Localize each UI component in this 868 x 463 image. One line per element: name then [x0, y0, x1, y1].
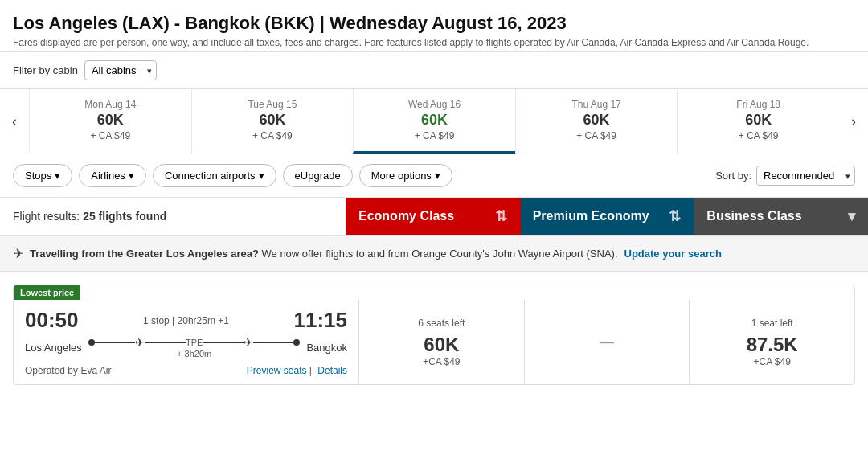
- arrive-time: 11:15: [293, 308, 347, 333]
- date-fee-3: + CA $49: [522, 130, 671, 141]
- economy-fare-price: 60K: [424, 334, 459, 356]
- date-price-4: 60K: [684, 112, 833, 129]
- premium-economy-label: Premium Economy: [533, 209, 649, 223]
- route-line-dots: ✈ TPE ✈: [88, 336, 301, 349]
- depart-time: 00:50: [25, 308, 79, 333]
- cabin-filter-select[interactable]: All cabins: [84, 60, 157, 80]
- page-subtitle: Fares displayed are per person, one way,…: [13, 37, 855, 48]
- business-class-tab[interactable]: Business Class ▾: [694, 198, 868, 235]
- economy-class-label: Economy Class: [358, 209, 454, 223]
- date-label-3: Thu Aug 17: [522, 99, 671, 110]
- eupgrade-filter-button[interactable]: eUpgrade: [283, 164, 353, 187]
- origin-city: Los Angeles: [25, 342, 82, 354]
- line-seg-3: [203, 342, 244, 343]
- business-seats-left: 1 seat left: [751, 318, 793, 329]
- sort-select-wrap: Recommended: [756, 166, 855, 186]
- page-wrapper: Los Angeles (LAX) - Bangkok (BKK) | Wedn…: [0, 0, 868, 385]
- page-header: Los Angeles (LAX) - Bangkok (BKK) | Wedn…: [0, 0, 868, 52]
- stop-plane-icon-2: ✈: [244, 336, 253, 349]
- business-fare-price: 87.5K: [747, 334, 798, 356]
- more-options-button[interactable]: More options ▾: [359, 164, 452, 187]
- business-class-label: Business Class: [706, 209, 801, 223]
- connection-filter-button[interactable]: Connection airports ▾: [153, 164, 276, 187]
- airlines-chevron-icon: ▾: [129, 170, 134, 182]
- flight-main: 00:50 1 stop | 20hr25m +1 11:15 Los Ange…: [14, 300, 854, 384]
- plane-icon: ✈: [13, 246, 23, 261]
- line-seg-1: [95, 342, 136, 343]
- date-fee-1: + CA $49: [199, 130, 347, 141]
- date-fee-2: + CA $49: [360, 130, 509, 141]
- cabin-filter-select-wrap: All cabins: [84, 60, 157, 80]
- date-cell-2[interactable]: Wed Aug 16 60K + CA $49: [353, 89, 515, 154]
- business-fare-cell: 1 seat left 87.5K +CA $49: [690, 300, 854, 384]
- preview-links: Preview seats | Details: [244, 365, 347, 376]
- sort-label: Sort by:: [715, 170, 751, 182]
- travel-notice: ✈ Travelling from the Greater Los Angele…: [0, 236, 868, 272]
- flight-times: 00:50 1 stop | 20hr25m +1 11:15: [25, 308, 347, 333]
- page-title: Los Angeles (LAX) - Bangkok (BKK) | Wedn…: [13, 13, 855, 34]
- date-price-3: 60K: [522, 112, 671, 129]
- date-fee-0: + CA $49: [36, 130, 185, 141]
- next-date-arrow[interactable]: ›: [839, 89, 868, 154]
- connection-chevron-icon: ▾: [259, 170, 264, 182]
- layover-info: + 3h20m: [177, 349, 211, 359]
- results-text: Flight results:: [13, 210, 80, 223]
- line-seg-4: [253, 342, 294, 343]
- stop-info: 1 stop | 20hr25m +1: [143, 315, 229, 326]
- premium-sort-icon: ⇅: [669, 207, 681, 225]
- date-cell-1[interactable]: Tue Aug 15 60K + CA $49: [191, 89, 354, 154]
- dest-dot: [293, 339, 300, 346]
- economy-fare-fee: +CA $49: [423, 356, 460, 367]
- filter-cabin-label: Filter by cabin: [13, 64, 78, 76]
- premium-fare-dash: —: [600, 334, 614, 350]
- filter-bar: Filter by cabin All cabins: [0, 52, 868, 89]
- date-price-1: 60K: [199, 112, 347, 129]
- flight-info: 00:50 1 stop | 20hr25m +1 11:15 Los Ange…: [14, 300, 359, 384]
- date-label-2: Wed Aug 16: [360, 99, 509, 110]
- flight-route: Los Angeles ✈ TPE ✈: [25, 336, 347, 359]
- flight-footer: Operated by Eva Air Preview seats | Deta…: [25, 365, 347, 376]
- filters-row: Stops ▾ Airlines ▾ Connection airports ▾…: [0, 154, 868, 198]
- date-label-4: Fri Aug 18: [684, 99, 833, 110]
- sort-select[interactable]: Recommended: [756, 166, 855, 186]
- results-label: Flight results: 25 flights found: [0, 198, 346, 235]
- premium-fare-cell: —: [525, 300, 690, 384]
- economy-fare-cell: 6 seats left 60K +CA $49: [359, 300, 525, 384]
- economy-seats-left: 6 seats left: [418, 318, 465, 329]
- route-line: ✈ TPE ✈ + 3h20m: [88, 336, 301, 359]
- date-navigation: ‹ Mon Aug 14 60K + CA $49 Tue Aug 15 60K…: [0, 89, 868, 154]
- stop-plane-icon: ✈: [135, 336, 145, 349]
- business-sort-icon: ▾: [848, 207, 855, 225]
- origin-dot: [88, 339, 95, 346]
- sort-area: Sort by: Recommended: [715, 166, 855, 186]
- flight-card: Lowest price 00:50 1 stop | 20hr25m +1 1…: [13, 285, 855, 385]
- preview-seats-link[interactable]: Preview seats: [247, 365, 307, 376]
- date-fee-4: + CA $49: [684, 130, 833, 141]
- date-cell-4[interactable]: Fri Aug 18 60K + CA $49: [677, 89, 839, 154]
- results-header: Flight results: 25 flights found Economy…: [0, 198, 868, 236]
- prev-date-arrow[interactable]: ‹: [0, 89, 29, 154]
- more-chevron-icon: ▾: [435, 170, 440, 182]
- destination-city: Bangkok: [306, 342, 347, 354]
- airlines-filter-button[interactable]: Airlines ▾: [79, 164, 146, 187]
- premium-economy-tab[interactable]: Premium Economy ⇅: [520, 198, 694, 235]
- economy-sort-icon: ⇅: [495, 207, 507, 225]
- date-price-0: 60K: [36, 112, 185, 129]
- economy-class-tab[interactable]: Economy Class ⇅: [346, 198, 520, 235]
- operator-text: Operated by Eva Air: [25, 365, 111, 376]
- details-link[interactable]: Details: [317, 365, 347, 376]
- date-label-0: Mon Aug 14: [36, 99, 185, 110]
- line-seg-2: [145, 342, 186, 343]
- notice-text1: Travelling from the Greater Los Angeles …: [30, 248, 618, 260]
- date-cell-0[interactable]: Mon Aug 14 60K + CA $49: [29, 89, 191, 154]
- stops-filter-button[interactable]: Stops ▾: [13, 164, 72, 187]
- lowest-price-badge: Lowest price: [14, 285, 80, 300]
- date-price-2: 60K: [360, 112, 509, 129]
- date-cell-3[interactable]: Thu Aug 17 60K + CA $49: [515, 89, 678, 154]
- results-count: 25 flights found: [83, 210, 166, 223]
- update-search-link[interactable]: Update your search: [624, 248, 722, 260]
- date-label-1: Tue Aug 15: [199, 99, 347, 110]
- stopover-label: TPE: [186, 338, 203, 347]
- stops-chevron-icon: ▾: [55, 170, 60, 182]
- business-fare-fee: +CA $49: [753, 356, 790, 367]
